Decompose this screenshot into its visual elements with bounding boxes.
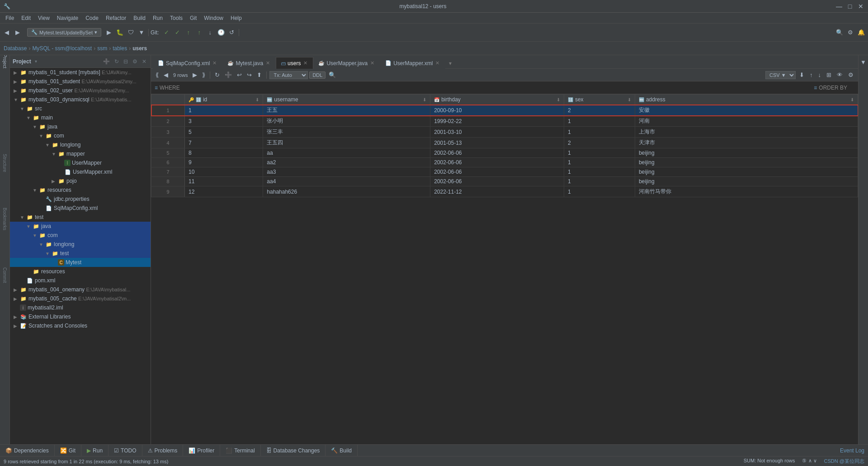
tree-item-com-test[interactable]: ▼ 📁 com (10, 231, 151, 240)
cell-birthday[interactable]: 2022-11-12 (430, 186, 564, 197)
cell-id[interactable]: 9 (184, 158, 263, 167)
sort-asc-button[interactable]: ↑ (808, 71, 815, 79)
bottom-tab-terminal[interactable]: ⬛ Terminal (220, 445, 260, 456)
table-container[interactable]: 🔑 🔢 id ⬇ 🔤 username ⬇ (151, 94, 858, 444)
bottom-tab-git[interactable]: 🔀 Git (55, 445, 81, 456)
git-arrow-down[interactable]: ↓ (205, 28, 215, 38)
menu-help[interactable]: Help (227, 14, 245, 22)
tree-arrow-src[interactable]: ▼ (20, 106, 26, 111)
cell-username[interactable]: 张三丰 (263, 127, 430, 138)
tab-more-button[interactable]: ▾ (445, 58, 455, 68)
git-checkmark-2[interactable]: ✓ (173, 28, 183, 38)
cell-address[interactable]: beijing (635, 158, 858, 167)
bottom-tab-problems[interactable]: ⚠ Problems (142, 445, 184, 456)
menu-navigate[interactable]: Navigate (53, 14, 82, 22)
more-run-button[interactable]: ▼ (137, 28, 146, 38)
table-row[interactable]: 2 3 张小明 1999-02-22 1 河南 (151, 116, 858, 127)
cell-sex[interactable]: 2 (564, 138, 635, 148)
bottom-tab-run[interactable]: ▶ Run (81, 445, 108, 456)
breadcrumb-database[interactable]: Database (4, 45, 27, 52)
tab-close-mytest[interactable]: ✕ (265, 60, 271, 66)
submit-button[interactable]: ⬆ (255, 71, 264, 79)
tree-item-longlong[interactable]: ▼ 📁 longlong (10, 140, 151, 149)
panel-close-button[interactable]: ✕ (141, 58, 148, 65)
menu-window[interactable]: Window (200, 14, 227, 22)
cell-sex[interactable]: 1 (564, 186, 635, 197)
tree-arrow-longlong[interactable]: ▼ (45, 143, 52, 147)
cell-birthday[interactable]: 2002-06-06 (430, 177, 564, 186)
tree-item-mybatis002[interactable]: ▶ 📁 mybatis_002_user E:\JAVA\mybatisal2\… (10, 86, 151, 95)
cell-username[interactable]: aa4 (263, 177, 430, 186)
tree-arrow-ext-libs[interactable]: ▶ (14, 314, 20, 319)
git-history[interactable]: 🕐 (216, 28, 226, 38)
col-header-address[interactable]: 🔤 address ⬇ (635, 95, 858, 105)
export-button[interactable]: ⬇ (797, 71, 806, 79)
redo-button[interactable]: ↪ (245, 71, 254, 79)
menu-view[interactable]: View (34, 14, 53, 22)
tree-item-mybatis005[interactable]: ▶ 📁 mybatis_005_cache E:\JAVA\mybatisal2… (10, 294, 151, 303)
tree-arrow-mybatis004[interactable]: ▶ (14, 287, 20, 292)
tree-item-main[interactable]: ▼ 📁 main (10, 113, 151, 122)
cell-sex[interactable]: 2 (564, 105, 635, 116)
tree-item-resources-main[interactable]: ▼ 📁 resources (10, 185, 151, 195)
cell-birthday[interactable]: 2001-03-10 (430, 127, 564, 138)
cell-birthday[interactable]: 1999-02-22 (430, 116, 564, 127)
cell-address[interactable]: beijing (635, 177, 858, 186)
eye-button[interactable]: 👁 (835, 71, 844, 79)
refresh-button[interactable]: ↻ (213, 71, 222, 79)
tree-item-usermapper-interface[interactable]: I UserMapper (10, 158, 151, 167)
tree-arrow-java-test[interactable]: ▼ (26, 224, 33, 229)
cell-birthday[interactable]: 2000-09-10 (430, 105, 564, 116)
git-arrow-up[interactable]: ↑ (184, 28, 193, 38)
tree-item-mybatis003[interactable]: ▼ 📁 mybatis_003_dynamicsql E:\JAVA\mybat… (10, 95, 151, 104)
cell-id[interactable]: 1 (184, 105, 263, 116)
tree-item-longlong-test[interactable]: ▼ 📁 longlong (10, 240, 151, 249)
tree-arrow-scratches[interactable]: ▶ (14, 323, 20, 328)
bottom-tab-build[interactable]: 🔨 Build (326, 445, 358, 456)
search-data-button[interactable]: 🔍 (327, 71, 338, 79)
view-settings-button[interactable]: ⊞ (825, 71, 833, 79)
tree-arrow-mybatis01[interactable]: ▶ (14, 70, 20, 75)
right-icon-1[interactable]: ▼ (859, 57, 868, 67)
tree-arrow-test-folder[interactable]: ▼ (45, 251, 52, 256)
event-log-link[interactable]: Event Log (840, 447, 864, 454)
git-checkmark-1[interactable]: ✓ (162, 28, 172, 38)
tree-item-jdbc-props[interactable]: 🔧 jdbc.properties (10, 195, 151, 204)
table-row[interactable]: 9 12 hahahah626 2022-11-12 1 河南竹马带你 (151, 186, 858, 197)
cell-username[interactable]: aa2 (263, 158, 430, 167)
tree-item-iml[interactable]: i mybatisall2.iml (10, 303, 151, 312)
cell-birthday[interactable]: 2002-06-06 (430, 148, 564, 158)
col-sort-icon-sex[interactable]: ⬇ (627, 97, 631, 102)
panel-add-button[interactable]: ➕ (102, 58, 111, 65)
cell-username[interactable]: aa (263, 148, 430, 158)
csdn-link[interactable]: CSDN @某位同志 (824, 458, 864, 465)
tab-close-usermapper-java[interactable]: ✕ (369, 60, 375, 66)
menu-build[interactable]: Build (130, 14, 149, 22)
run-button[interactable]: ▶ (104, 28, 114, 38)
bottom-tab-dependencies[interactable]: 📦 Dependencies (0, 445, 55, 456)
tree-item-ext-libs[interactable]: ▶ 📚 External Libraries (10, 312, 151, 321)
cell-id[interactable]: 7 (184, 138, 263, 148)
cell-sex[interactable]: 1 (564, 116, 635, 127)
breadcrumb-tables[interactable]: tables (113, 45, 127, 52)
menu-edit[interactable]: Edit (18, 14, 34, 22)
tab-mytest[interactable]: ☕ Mytest.java ✕ (222, 57, 276, 69)
tree-arrow-mybatis002[interactable]: ▶ (14, 88, 20, 93)
tree-arrow-resources-main[interactable]: ▼ (33, 188, 39, 193)
export-format-select[interactable]: CSV ▼ Excel JSON (765, 71, 796, 79)
table-row[interactable]: 6 9 aa2 2002-06-06 1 beijing (151, 158, 858, 167)
tree-item-java-test[interactable]: ▼ 📁 java (10, 222, 151, 231)
cell-address[interactable]: 天津市 (635, 138, 858, 148)
col-sort-icon-birthday[interactable]: ⬇ (557, 97, 560, 102)
forward-button[interactable]: ▶ (13, 28, 23, 38)
tx-select[interactable]: Tx: Auto Tx: Manual (269, 71, 308, 79)
cell-username[interactable]: 王五四 (263, 138, 430, 148)
cell-address[interactable]: 河南 (635, 116, 858, 127)
tree-arrow-mybatis001[interactable]: ▶ (14, 79, 20, 84)
table-row[interactable]: 7 10 aa3 2002-06-06 1 beijing (151, 167, 858, 177)
tab-usermapper-xml[interactable]: 📄 UserMapper.xml ✕ (380, 57, 445, 69)
menu-tools[interactable]: Tools (166, 14, 186, 22)
cell-sex[interactable]: 1 (564, 127, 635, 138)
tree-item-pojo[interactable]: ▶ 📁 pojo (10, 176, 151, 185)
col-sort-icon-address[interactable]: ⬇ (850, 97, 854, 102)
